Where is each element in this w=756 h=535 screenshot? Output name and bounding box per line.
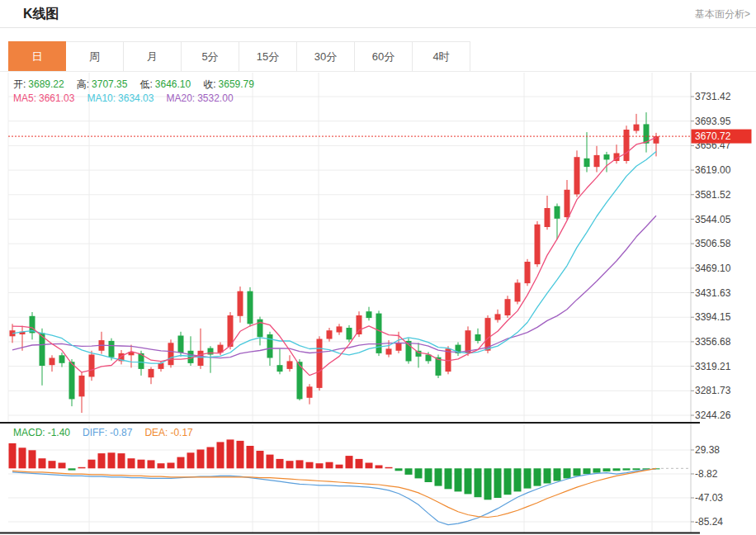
dea-value: -0.17: [170, 427, 192, 438]
price-axis-label: 3544.05: [695, 214, 731, 225]
kline-page: { "header": { "title": "K线图", "link": "基…: [0, 0, 756, 535]
macd-label: MACD:: [13, 427, 45, 438]
ohlc-open: 开:3689.22: [13, 78, 64, 90]
tabbar-underline: [0, 71, 756, 72]
price-axis-label: 3693.95: [695, 116, 731, 127]
timeframe-tabbar: 日周月5分15分30分60分4时: [8, 41, 470, 72]
price-axis-label: 3506.58: [695, 238, 731, 249]
ohlc-high-value: 3707.35: [92, 78, 127, 90]
macd-value: -1.40: [48, 427, 70, 438]
price-axis-label: 3581.52: [695, 189, 731, 201]
price-axis-label: 3431.63: [695, 287, 731, 299]
ma5-label: MA5:: [13, 92, 36, 104]
candles-layer: [10, 112, 659, 413]
macd-axis: 29.38-8.82-47.03-85.24: [691, 444, 723, 528]
macd-axis-label: 29.38: [695, 444, 720, 456]
tab-30min[interactable]: 30分: [297, 41, 355, 72]
ma5: MA5:3661.03: [13, 92, 74, 104]
tab-15min[interactable]: 15分: [239, 41, 297, 72]
price-axis-label: 3394.15: [695, 311, 731, 323]
current-price-value: 3670.72: [695, 130, 731, 142]
ohlc-close-label: 收:: [203, 78, 215, 90]
ohlc-open-label: 开:: [13, 78, 26, 90]
panel-separators: [0, 422, 700, 534]
macd-axis-label: -47.03: [695, 492, 723, 504]
macd-axis-label: -85.24: [695, 516, 723, 528]
ma5-line: [12, 137, 656, 375]
ohlc-low: 低:3646.10: [139, 78, 191, 90]
tab-week[interactable]: 周: [66, 41, 124, 72]
price-axis-label: 3469.10: [695, 263, 731, 274]
price-axis-label: 3356.68: [695, 336, 731, 348]
ma10-value: 3634.03: [118, 92, 154, 104]
ohlc-close-value: 3659.79: [219, 78, 254, 90]
price-axis-label: 3319.21: [695, 361, 731, 372]
price-axis-label: 3731.42: [695, 91, 731, 102]
ma-readout: MA5:3661.03MA10:3634.03MA20:3532.00: [13, 92, 246, 104]
macd-axis-label: -8.82: [695, 468, 718, 480]
price-axis-label: 3244.26: [695, 410, 731, 421]
current-price-marker: 3670.72: [8, 130, 752, 144]
header-divider: [0, 27, 756, 28]
ohlc-close: 收:3659.79: [203, 78, 254, 90]
dea-label: DEA:: [144, 427, 168, 438]
ohlc-high: 高:3707.35: [77, 78, 128, 90]
ohlc-readout: 开:3689.22高:3707.35低:3646.10收:3659.79: [13, 78, 267, 90]
price-axis-label: 3619.00: [695, 164, 731, 176]
macd: MACD:-1.40: [13, 427, 70, 438]
ohlc-low-value: 3646.10: [155, 78, 191, 90]
ma10-line: [12, 152, 656, 364]
macd-readout: MACD:-1.40DIFF:-0.87DEA:-0.17: [13, 427, 206, 438]
fundamental-analysis-link[interactable]: 基本面分析>: [695, 7, 750, 21]
price-axis-label: 3281.73: [695, 385, 731, 396]
tab-60min[interactable]: 60分: [355, 41, 413, 72]
diff-value: -0.87: [110, 427, 132, 438]
dea: DEA:-0.17: [144, 427, 192, 438]
tab-month[interactable]: 月: [124, 41, 182, 72]
diff: DIFF:-0.87: [83, 427, 132, 438]
ohlc-low-label: 低:: [139, 78, 152, 90]
tab-5min[interactable]: 5分: [182, 41, 239, 72]
tab-4hour[interactable]: 4时: [413, 41, 470, 72]
ohlc-high-label: 高:: [77, 78, 89, 90]
diff-label: DIFF:: [83, 427, 107, 438]
ma10-label: MA10:: [87, 92, 116, 104]
ma20-value: 3532.00: [197, 92, 233, 104]
ma20: MA20:3532.00: [166, 92, 233, 104]
ma20-label: MA20:: [166, 92, 195, 104]
ma10: MA10:3634.03: [87, 92, 154, 104]
ohlc-open-value: 3689.22: [28, 78, 64, 90]
ma20-line: [12, 215, 656, 358]
ma5-value: 3661.03: [39, 92, 74, 104]
page-title: K线图: [23, 6, 59, 23]
macd-layer: [9, 439, 691, 499]
tab-day[interactable]: 日: [8, 41, 66, 72]
